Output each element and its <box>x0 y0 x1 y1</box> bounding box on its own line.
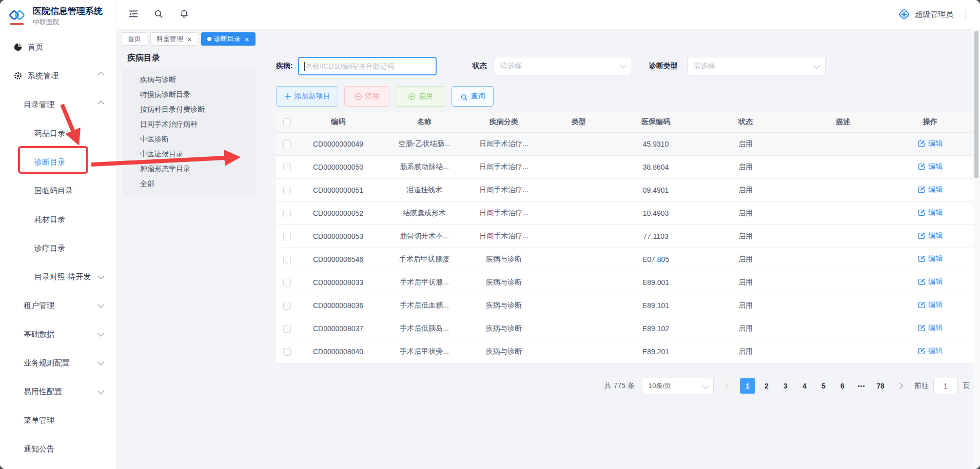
panel-item-3[interactable]: 日间手术治疗病种 <box>123 117 257 132</box>
plus-circle-icon <box>408 93 416 100</box>
sidebar-item-10[interactable]: 基础数据 <box>0 320 116 349</box>
sidebar-item-12[interactable]: 易用性配置 <box>0 377 116 406</box>
table-row: CD0000008036手术后低血糖...疾病与诊断E89.101启用编辑 <box>276 294 974 317</box>
sidebar-item-0[interactable]: 首页 <box>0 33 116 62</box>
disease-search-field[interactable] <box>305 62 430 70</box>
cell-code: CD0000008036 <box>298 294 379 317</box>
disease-search-input[interactable] <box>298 57 437 75</box>
page-button-6[interactable]: 6 <box>835 378 850 394</box>
row-checkbox[interactable] <box>283 348 291 356</box>
row-checkbox[interactable] <box>283 187 291 194</box>
panel-item-5[interactable]: 中医证候目录 <box>123 147 257 161</box>
sidebar: 医院信息管理系统 中联医院 首页系统管理目录管理药品目录诊断目录国临码目录耗材目… <box>0 0 117 469</box>
row-checkbox[interactable] <box>283 210 291 217</box>
edit-button[interactable]: 编辑 <box>918 300 943 310</box>
edit-button[interactable]: 编辑 <box>918 162 943 171</box>
topbar-icons <box>128 9 190 19</box>
fold-icon[interactable] <box>128 9 139 19</box>
edit-icon <box>918 347 926 355</box>
pager-ellipsis[interactable]: ••• <box>854 378 869 394</box>
sidebar-item-9[interactable]: 租户管理 <box>0 291 116 320</box>
page-button-2[interactable]: 2 <box>759 378 774 394</box>
edit-button[interactable]: 编辑 <box>918 231 943 240</box>
panel-item-7[interactable]: 全部 <box>123 176 257 191</box>
sidebar-item-1[interactable]: 系统管理 <box>0 62 116 90</box>
cell-checkbox <box>276 225 298 248</box>
tab-label: 诊断目录 <box>214 34 241 44</box>
panel-item-0[interactable]: 疾病与诊断 <box>123 72 257 87</box>
cell-name: 手术后甲状腺瘘 <box>379 248 470 271</box>
cell-name: 手术后低血糖... <box>379 294 470 317</box>
edit-label: 编辑 <box>928 231 943 240</box>
select-all-header <box>276 112 298 132</box>
edit-button[interactable]: 编辑 <box>918 139 943 148</box>
edit-button[interactable]: 编辑 <box>918 323 943 333</box>
enable-button[interactable]: 启用 <box>396 86 445 107</box>
diagnosis-table: 编码名称疾病分类类型医保编码状态描述操作 CD0000000049空肠-乙状结肠… <box>276 112 974 363</box>
bell-icon[interactable] <box>180 9 190 19</box>
status-select[interactable]: 请选择 <box>494 57 632 75</box>
row-checkbox[interactable] <box>283 279 291 287</box>
sidebar-item-13[interactable]: 菜单管理 <box>0 406 116 435</box>
query-button[interactable]: 查询 <box>452 86 494 107</box>
sidebar-item-3[interactable]: 药品目录 <box>0 119 116 148</box>
tab-close-icon[interactable]: × <box>245 35 249 43</box>
sidebar-item-label: 首页 <box>28 43 43 52</box>
row-checkbox[interactable] <box>283 233 291 240</box>
row-checkbox[interactable] <box>283 325 291 333</box>
sidebar-item-8[interactable]: 目录对照-待开发 <box>0 262 116 291</box>
panel-item-6[interactable]: 肿瘤形态学目录 <box>123 161 257 176</box>
disable-button[interactable]: 停用 <box>344 86 389 107</box>
query-label: 查询 <box>471 92 485 101</box>
sidebar-item-4[interactable]: 诊断目录 <box>0 148 116 176</box>
sidebar-item-2[interactable]: 目录管理 <box>0 90 116 119</box>
row-checkbox[interactable] <box>283 140 291 148</box>
goto-page-input[interactable] <box>933 378 958 394</box>
page-button-5[interactable]: 5 <box>816 378 831 394</box>
chevron-left-icon <box>726 382 732 389</box>
edit-button[interactable]: 编辑 <box>918 277 943 287</box>
tab-2[interactable]: 诊断目录× <box>201 32 256 46</box>
cell-action: 编辑 <box>887 155 974 178</box>
page-button-78[interactable]: 78 <box>873 378 888 394</box>
edit-button[interactable]: 编辑 <box>918 254 943 263</box>
logo-icon <box>7 8 27 23</box>
user-area[interactable]: 超级管理员 <box>898 8 980 21</box>
panel-item-1[interactable]: 特慢病诊断目录 <box>123 87 257 102</box>
diagnosis-type-filter-group: 诊断类型 请选择 <box>649 57 826 75</box>
sidebar-item-6[interactable]: 耗材目录 <box>0 205 116 234</box>
tab-0[interactable]: 首页 <box>122 32 147 46</box>
prev-page-button[interactable] <box>721 378 736 394</box>
scrollbar-thumb[interactable] <box>974 31 978 178</box>
sidebar-item-7[interactable]: 诊疗目录 <box>0 234 116 262</box>
sidebar-item-11[interactable]: 业务规则配置 <box>0 349 116 377</box>
panel-item-2[interactable]: 按病种目录付费诊断 <box>123 102 257 117</box>
page-button-4[interactable]: 4 <box>797 378 812 394</box>
sidebar-item-5[interactable]: 国临码目录 <box>0 176 116 205</box>
add-item-button[interactable]: 添加新项目 <box>276 86 338 107</box>
cell-insurance_code: 09.4901 <box>620 178 692 201</box>
select-all-checkbox[interactable] <box>283 118 291 126</box>
edit-button[interactable]: 编辑 <box>918 185 943 194</box>
diagnosis-type-select[interactable]: 请选择 <box>687 57 826 75</box>
edit-button[interactable]: 编辑 <box>918 208 943 217</box>
panel-item-4[interactable]: 中医诊断 <box>123 132 257 147</box>
status-filter-label: 状态 <box>473 62 487 71</box>
sidebar-item-14[interactable]: 通知公告 <box>0 435 116 463</box>
page-size-select[interactable]: 10条/页 <box>642 378 714 394</box>
tab-close-icon[interactable]: × <box>187 35 192 43</box>
search-icon[interactable] <box>154 9 164 19</box>
chevron-down-icon <box>620 62 626 69</box>
row-checkbox[interactable] <box>283 164 291 171</box>
next-page-button[interactable] <box>892 378 907 394</box>
cell-insurance_code: 45.9310 <box>620 132 692 155</box>
row-checkbox[interactable] <box>283 256 291 263</box>
tab-1[interactable]: 科室管理× <box>150 32 198 46</box>
page-button-1[interactable]: 1 <box>740 378 755 394</box>
table-row: CD0000008033手术后甲状腺...疾病与诊断E89.001启用编辑 <box>276 271 974 294</box>
row-checkbox[interactable] <box>283 302 291 310</box>
edit-label: 编辑 <box>928 277 943 287</box>
edit-button[interactable]: 编辑 <box>918 346 943 356</box>
column-header-4: 医保编码 <box>620 112 692 132</box>
page-button-3[interactable]: 3 <box>778 378 793 394</box>
